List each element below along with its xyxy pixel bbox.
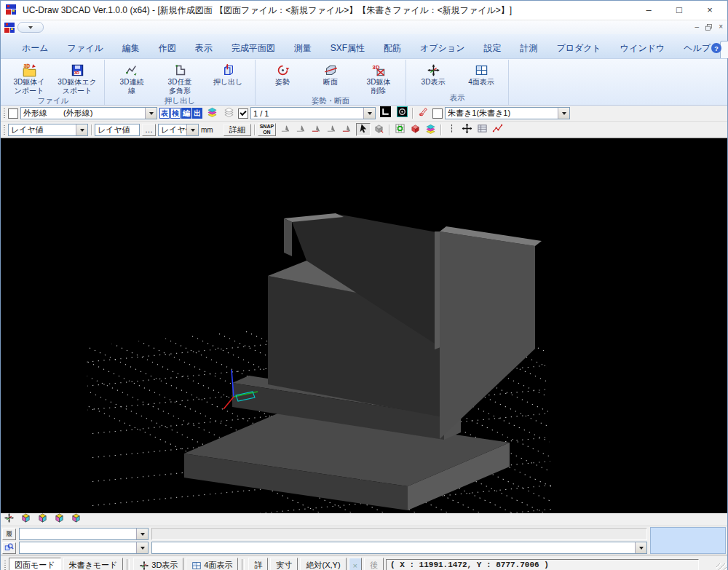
quick-access-dropdown[interactable] — [17, 22, 44, 33]
ribbon-button-section[interactable]: 断面 — [306, 60, 355, 87]
maximize-button[interactable]: □ — [666, 2, 692, 18]
layer-mini-button-3[interactable]: 出 — [192, 108, 202, 119]
ribbon-button-polyline3d[interactable]: 3D連続 線 — [108, 60, 156, 95]
layer-value-combo-2[interactable]: レイヤ値 — [95, 124, 140, 136]
history-combo[interactable] — [19, 528, 149, 540]
redline-mode-button[interactable]: 朱書きモード — [63, 558, 124, 570]
tab-13[interactable]: ウインドウ — [611, 39, 674, 58]
model-face-wing-left-end[interactable] — [284, 218, 292, 256]
snap-endpoint-button[interactable] — [278, 123, 293, 136]
part-combo[interactable] — [19, 542, 149, 554]
polyline-points-button[interactable] — [490, 123, 505, 136]
dropdown-arrow-icon[interactable] — [76, 124, 87, 135]
grid-settings-icon — [395, 123, 405, 137]
ribbon-button-import3d[interactable]: 3D3D躯体イ ンポート — [5, 60, 53, 95]
command-combo[interactable] — [151, 542, 647, 554]
target-mode-button[interactable] — [395, 107, 409, 120]
layer-mini-button-0[interactable]: 表 — [159, 108, 170, 119]
tab-4[interactable]: 表示 — [186, 39, 222, 58]
layers-color-button[interactable] — [205, 107, 219, 120]
actual-size-button[interactable]: 実寸 — [270, 558, 298, 570]
help-icon[interactable]: ? — [711, 42, 721, 53]
view-cube-button-4[interactable] — [70, 514, 82, 525]
layer-value-combo-3[interactable]: レイヤ値 — [158, 124, 199, 136]
dropdown-arrow-icon[interactable] — [635, 542, 646, 553]
history-button[interactable]: 履 — [2, 529, 16, 540]
ribbon-button-axes3d[interactable]: 3D表示 — [409, 60, 457, 87]
minimize-button[interactable]: – — [636, 2, 662, 18]
ribbon-button-extrude[interactable]: 押し出し — [204, 60, 252, 87]
tab-3[interactable]: 作図 — [149, 39, 186, 58]
redline-checkbox[interactable] — [432, 108, 443, 119]
view-cube-button-3[interactable] — [53, 514, 66, 525]
select-arrow-button[interactable] — [356, 123, 371, 136]
snap-on-button[interactable]: SNAP ON — [258, 123, 276, 135]
ribbon-button-export3d[interactable]: 3D3D躯体エク スポート — [53, 60, 101, 95]
tab-5[interactable]: 完成平面図 — [222, 39, 285, 58]
iso-pick-button[interactable] — [371, 123, 386, 136]
layers-plain-button[interactable] — [221, 107, 236, 120]
page-checkbox[interactable] — [238, 108, 248, 119]
tab-11[interactable]: 計測 — [510, 39, 547, 58]
tab-1[interactable]: ファイル — [58, 39, 113, 58]
vbar-button[interactable] — [444, 123, 459, 136]
page-combo[interactable]: 1 / 1 — [250, 107, 376, 119]
layer-select-combo[interactable]: 外形線 (外形線) — [20, 107, 157, 119]
tab-6[interactable]: 測量 — [285, 39, 321, 58]
layer-value-combo-1[interactable]: レイヤ値 — [8, 124, 88, 136]
layer-mini-button-2[interactable]: 編 — [181, 108, 191, 119]
dropdown-arrow-icon[interactable] — [136, 542, 148, 553]
tab-2[interactable]: 編集 — [113, 39, 149, 58]
corner-mode-button[interactable] — [378, 107, 392, 120]
mdi-minimize-button[interactable]: – — [695, 22, 700, 32]
mdi-restore-button[interactable] — [705, 23, 713, 31]
layer-visibility-checkbox[interactable] — [8, 108, 18, 119]
dropdown-arrow-icon[interactable] — [558, 108, 569, 119]
tab-12[interactable]: プロダクト — [547, 39, 610, 58]
mdi-close-button[interactable]: × — [719, 22, 723, 32]
dropdown-arrow-icon[interactable] — [363, 108, 375, 119]
tab-7[interactable]: SXF属性 — [321, 39, 374, 58]
snap-online-button[interactable] — [324, 123, 339, 136]
redline-pen-button[interactable] — [416, 107, 430, 120]
view-cube-button-2[interactable] — [36, 514, 49, 525]
ribbon-button-pose[interactable]: 姿勢 — [258, 60, 306, 87]
tab-8[interactable]: 配筋 — [374, 39, 411, 58]
detail-settings-button[interactable]: 詳細 — [223, 124, 251, 136]
detail-toggle-button[interactable]: 詳 — [248, 558, 268, 570]
ribbon-button-polygon3d[interactable]: 3D任意 多角形 — [156, 60, 204, 95]
ribbon-button-delete3d[interactable]: 3D3D躯体 削除 — [355, 60, 403, 95]
layers-color-button[interactable] — [423, 123, 438, 136]
layer-mini-button-1[interactable]: 検 — [170, 108, 181, 119]
close-button[interactable]: × — [697, 2, 723, 18]
snap-perpendicular-button[interactable] — [339, 123, 354, 136]
toolbar-grip[interactable] — [3, 108, 6, 119]
more-button[interactable]: … — [142, 124, 156, 136]
drawing-mode-button[interactable]: 図面モード — [9, 558, 61, 570]
solid-red-button[interactable] — [408, 123, 422, 136]
grid-settings-button[interactable] — [392, 123, 407, 136]
tab-0[interactable]: ホーム — [12, 39, 58, 58]
table-button[interactable] — [475, 123, 489, 136]
view-3d-button[interactable]: 3D表示 — [133, 558, 183, 570]
resize-grip[interactable] — [716, 563, 727, 570]
view-quad-button[interactable]: 4面表示 — [186, 558, 238, 570]
snap-midpoint-button[interactable] — [293, 123, 308, 136]
ribbon-button-quadview[interactable]: 4面表示 — [457, 60, 505, 87]
view-cube-button-1[interactable] — [20, 514, 32, 525]
3d-scene[interactable] — [1, 138, 727, 513]
dropdown-arrow-icon[interactable] — [136, 529, 148, 539]
part-search-button[interactable] — [2, 542, 16, 554]
snap-intersection-button[interactable] — [309, 123, 323, 136]
tab-10[interactable]: 設定 — [474, 39, 510, 58]
dropdown-arrow-icon[interactable] — [145, 108, 157, 119]
toolbar-grip[interactable] — [3, 124, 6, 135]
pan-button[interactable] — [459, 123, 474, 136]
model-face-parapet-right-cap[interactable] — [435, 231, 440, 349]
redline-combo[interactable]: 朱書き1(朱書き1) — [445, 107, 570, 119]
tab-9[interactable]: オプション — [411, 39, 474, 58]
view-axes-button[interactable] — [3, 514, 15, 525]
dropdown-arrow-icon[interactable] — [186, 124, 198, 135]
absolute-xy-button[interactable]: 絶対(X,Y) — [300, 558, 346, 570]
3d-viewport[interactable] — [1, 138, 727, 513]
